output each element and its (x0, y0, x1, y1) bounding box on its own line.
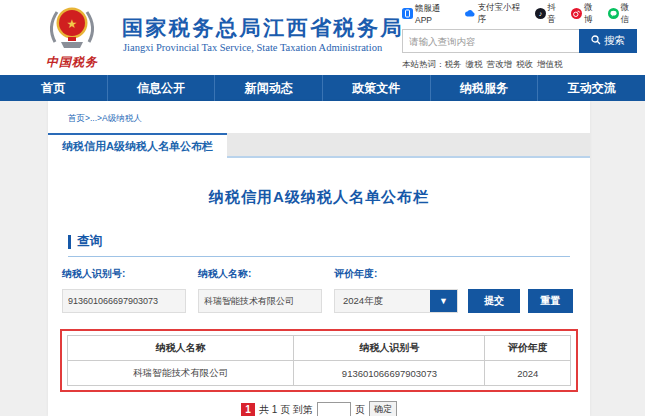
taxpayer-name-label: 纳税人名称: (198, 267, 322, 281)
social-link-douyin[interactable]: ♪ 抖音 (535, 2, 565, 26)
query-form: 纳税人识别号: 纳税人名称: 评价年度: 2024年度 ▼ 提交 重置 (62, 267, 576, 313)
table-row: 科瑞智能技术有限公司 913601066697903073 2024 (68, 361, 571, 386)
tab-strip: 纳税信用A级纳税人名单公布栏 (48, 133, 590, 158)
social-link-weibo[interactable]: 微博 (571, 2, 601, 26)
cell-taxpayer-name: 科瑞智能技术有限公司 (68, 361, 294, 386)
result-table-highlight: 纳税人名称 纳税人识别号 评价年度 科瑞智能技术有限公司 91360106669… (60, 329, 578, 392)
breadcrumb[interactable]: 首页>...>A级纳税人 (48, 101, 590, 125)
header-right: 赣服通APP 支付宝小程序 ♪ 抖音 微博 (402, 6, 637, 71)
social-link-wechat[interactable]: 微信 (608, 2, 638, 26)
taxpayer-id-input[interactable] (62, 289, 186, 313)
taxpayer-name-field-group: 纳税人名称: (198, 267, 322, 313)
hotword-link[interactable]: 税收 (516, 59, 533, 69)
nav-item-interact[interactable]: 互动交流 (538, 75, 645, 101)
social-link-alipay[interactable]: 支付宝小程序 (464, 2, 528, 26)
search-bar: 搜索 (402, 29, 637, 53)
pagination: 1 共 1 页 到第 页 确定 (48, 401, 590, 416)
cell-year: 2024 (485, 361, 571, 386)
search-button[interactable]: 搜索 (579, 29, 637, 53)
table-header-row: 纳税人名称 纳税人识别号 评价年度 (68, 336, 571, 361)
app-icon (402, 8, 413, 21)
year-field-group: 评价年度: 2024年度 ▼ (334, 267, 458, 313)
hotwords: 本站热词：税务缴税营改增税收增值税 (402, 59, 637, 71)
nav-item-policy[interactable]: 政策文件 (323, 75, 431, 101)
current-page-button[interactable]: 1 (241, 403, 255, 416)
site-logo: ★ 中国税务 (26, 4, 118, 71)
goto-page-input[interactable] (317, 402, 351, 416)
hotword-link[interactable]: 缴税 (466, 59, 483, 69)
section-accent-bar (68, 235, 71, 249)
tab-a-level-taxpayers[interactable]: 纳税信用A级纳税人名单公布栏 (48, 133, 227, 158)
hotwords-label: 本站热词： (402, 59, 445, 69)
content-panel: 首页>...>A级纳税人 纳税信用A级纳税人名单公布栏 纳税信用A级纳税人名单公… (48, 101, 590, 416)
tax-emblem-icon: ★ (44, 38, 100, 55)
query-section-title: 查询 (77, 233, 102, 250)
site-title: 国家税务总局江西省税务局 (122, 14, 404, 42)
reset-button[interactable]: 重置 (528, 289, 573, 313)
hotword-link[interactable]: 营改增 (487, 59, 513, 69)
section-divider (68, 256, 570, 257)
svg-text:♪: ♪ (538, 10, 542, 17)
nav-item-home[interactable]: 首页 (0, 75, 108, 101)
taxpayer-id-label: 纳税人识别号: (62, 267, 186, 281)
col-header-year: 评价年度 (485, 336, 571, 361)
col-header-taxpayer-id: 纳税人识别号 (294, 336, 485, 361)
search-input[interactable] (402, 29, 579, 53)
social-links: 赣服通APP 支付宝小程序 ♪ 抖音 微博 (402, 6, 637, 22)
social-link-app[interactable]: 赣服通APP (402, 3, 457, 25)
nav-item-service[interactable]: 纳税服务 (431, 75, 539, 101)
douyin-icon: ♪ (535, 8, 546, 21)
site-subtitle: Jiangxi Provincial Tax Service, State Ta… (123, 42, 382, 53)
col-header-taxpayer-name: 纳税人名称 (68, 336, 294, 361)
year-select[interactable]: 2024年度 ▼ (334, 289, 458, 313)
svg-text:★: ★ (67, 17, 78, 31)
alipay-cloud-icon (464, 8, 476, 21)
chevron-down-icon[interactable]: ▼ (430, 290, 457, 312)
goto-page-confirm-button[interactable]: 确定 (369, 401, 397, 416)
main-nav: 首页 信息公开 新闻动态 政策文件 纳税服务 互动交流 (0, 75, 645, 101)
hotword-link[interactable]: 增值税 (537, 59, 563, 69)
page-total-text: 共 1 页 到第 (259, 403, 313, 416)
weibo-icon (571, 8, 582, 21)
logo-caption: 中国税务 (26, 54, 118, 71)
result-table: 纳税人名称 纳税人识别号 评价年度 科瑞智能技术有限公司 91360106669… (67, 335, 571, 386)
search-icon (591, 35, 601, 47)
page-unit-text: 页 (355, 403, 365, 416)
submit-button[interactable]: 提交 (468, 289, 520, 313)
nav-item-news[interactable]: 新闻动态 (215, 75, 323, 101)
taxpayer-id-field-group: 纳税人识别号: (62, 267, 186, 313)
site-header: ★ 中国税务 国家税务总局江西省税务局 Jiangxi Provincial T… (0, 0, 645, 75)
page-title: 纳税信用A级纳税人名单公布栏 (48, 188, 590, 207)
wechat-icon (608, 8, 619, 21)
year-label: 评价年度: (334, 267, 458, 281)
year-select-value: 2024年度 (335, 290, 430, 312)
nav-item-info[interactable]: 信息公开 (108, 75, 216, 101)
page-body: 首页>...>A级纳税人 纳税信用A级纳税人名单公布栏 纳税信用A级纳税人名单公… (0, 101, 645, 416)
query-section-header: 查询 (68, 233, 570, 250)
taxpayer-name-input[interactable] (198, 289, 322, 313)
hotword-link[interactable]: 税务 (445, 59, 462, 69)
cell-taxpayer-id: 913601066697903073 (294, 361, 485, 386)
